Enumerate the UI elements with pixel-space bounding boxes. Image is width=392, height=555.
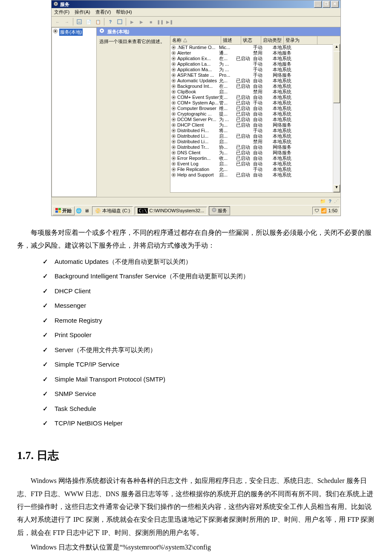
service-gear-icon (171, 123, 176, 127)
task-services[interactable]: 服务 (209, 206, 230, 215)
svg-point-19 (173, 75, 175, 76)
service-row[interactable]: Application La...为 ...手动本地服务 (170, 61, 340, 67)
svg-point-45 (173, 147, 175, 148)
export-button[interactable]: 📋 (94, 17, 102, 26)
task-drive-c[interactable]: 📀 本地磁盘 (C:) (92, 206, 133, 215)
service-row[interactable]: DHCP Client为...已启动自动网络服务 (170, 122, 340, 128)
svg-point-7 (101, 30, 103, 32)
service-row[interactable]: File Replication允...手动本地系统 (170, 167, 340, 172)
scrollbar[interactable]: ▲ ▼ (333, 44, 340, 192)
tree-root[interactable]: 服务(本地) (59, 29, 83, 36)
col-status[interactable]: 状态 (241, 36, 261, 44)
service-row[interactable]: DCOM Server Pr...为 ...已启动自动本地系统 (170, 117, 340, 122)
service-row[interactable]: Automatic Updates允...已启动自动本地系统 (170, 78, 340, 84)
close-button[interactable]: ✕ (331, 1, 339, 8)
service-row[interactable]: COM+ System Ap...管...已启动手动本地系统 (170, 100, 340, 106)
service-gear-icon (171, 173, 176, 177)
quicklaunch-desktop-icon[interactable]: 🖥 (84, 208, 89, 213)
service-gear-icon (171, 62, 176, 66)
service-row[interactable]: Application Ex...在...已启动自动本地系统 (170, 56, 340, 61)
service-gear-icon (171, 145, 176, 150)
service-row[interactable]: .NET Runtime O...Mic...手动本地系统 (170, 45, 340, 50)
service-row[interactable]: Cryptographic ...提...已启动自动本地系统 (170, 111, 340, 117)
svg-point-37 (173, 124, 175, 126)
gear-icon (99, 29, 106, 34)
checklist-item: Simple TCP/IP Service (43, 358, 375, 371)
service-row[interactable]: ClipBook启...禁用本地系统 (170, 89, 340, 95)
scroll-down[interactable]: ▼ (333, 185, 340, 192)
svg-point-41 (173, 136, 175, 137)
back-button[interactable]: ← (53, 17, 62, 26)
refresh-button[interactable] (115, 17, 124, 26)
service-row[interactable]: Event Log启...已启动自动本地系统 (170, 161, 340, 167)
service-row[interactable]: Error Reportin...收...已启动自动本地系统 (170, 156, 340, 161)
banner-title: 服务(本地) (107, 29, 129, 34)
col-startup[interactable]: 启动类型 (261, 36, 284, 44)
statusbar: 📁 ? ⋰ (52, 197, 340, 205)
service-gear-icon (171, 128, 176, 133)
scroll-thumb[interactable] (333, 51, 340, 103)
service-row[interactable]: Alerter通...禁用本地服务 (170, 50, 340, 56)
play2-button[interactable]: ▶ (137, 17, 146, 26)
tray-shield-icon[interactable]: 🛡 (314, 208, 319, 213)
scroll-up[interactable]: ▲ (333, 44, 340, 52)
col-desc[interactable]: 描述 (221, 36, 241, 44)
menu-help[interactable]: 帮助(H) (116, 9, 132, 15)
titlebar[interactable]: 服务 _ ❐ ✕ (52, 0, 340, 8)
svg-point-11 (173, 52, 175, 54)
service-row[interactable]: DNS Client为...已启动自动网络服务 (170, 150, 340, 156)
service-row[interactable]: COM+ Event System支...已启动自动本地系统 (170, 95, 340, 100)
service-row[interactable]: ASP.NET State ...Pro...手动网络服务 (170, 72, 340, 78)
toolbar: ← → 📄 📋 ? ▶ ▶ ■ ❚❚ ▶❚ (52, 17, 340, 27)
svg-point-25 (173, 91, 175, 93)
play-button[interactable]: ▶ (128, 17, 136, 26)
quicklaunch-ie-icon[interactable]: 🌐 (76, 208, 82, 214)
service-row[interactable]: Distributed Tr...协...已启动自动网络服务 (170, 145, 340, 150)
tree-icon (53, 29, 59, 35)
menu-file[interactable]: 文件(F) (54, 9, 69, 15)
pause-button[interactable]: ❚❚ (156, 17, 164, 26)
paragraph-2: Windows 网络操作系统都设计有各种各样的日志文件，如应用程序日志，安全日志… (17, 474, 375, 539)
service-row[interactable]: Background Int...在...已启动自动本地系统 (170, 84, 340, 89)
col-logon[interactable]: 登录为 (284, 36, 317, 44)
checklist-item: Automatic Updates（不使用自动更新可以关闭） (43, 256, 375, 268)
service-row[interactable]: Computer Browser维...已启动自动本地系统 (170, 106, 340, 111)
col-name[interactable]: 名称 △ (170, 36, 221, 44)
banner: 服务(本地) (97, 27, 340, 36)
service-row[interactable]: Application Ma...为 ...手动本地系统 (170, 67, 340, 72)
service-gear-icon (171, 134, 176, 139)
service-gear-icon (171, 73, 176, 78)
properties-button[interactable]: 📄 (84, 17, 93, 26)
stop-button[interactable]: ■ (147, 17, 155, 26)
up-button[interactable] (75, 17, 84, 26)
svg-point-35 (173, 119, 175, 121)
start-button[interactable]: 开始 (52, 206, 75, 215)
svg-rect-58 (55, 211, 58, 213)
service-row[interactable]: Help and Support启...已启动自动本地系统 (170, 172, 340, 178)
svg-rect-57 (58, 208, 61, 210)
tray-clock[interactable]: 1:50 (329, 208, 337, 213)
maximize-button[interactable]: ❐ (323, 1, 330, 8)
services-window: 服务 _ ❐ ✕ 文件(F) 操作(A) 查看(V) 帮助(H) ← → 📄 📋… (51, 0, 341, 216)
service-gear-icon (171, 51, 176, 55)
list-header: 名称 △ 描述 状态 启动类型 登录为 (170, 36, 340, 45)
svg-rect-2 (77, 20, 81, 24)
paragraph-3: Windows 日志文件默认位置是“%systemroot%\system32\… (17, 541, 375, 554)
minimize-button[interactable]: _ (314, 1, 322, 8)
service-row[interactable]: Distributed Li...启...禁用本地系统 (170, 139, 340, 145)
service-gear-icon (171, 156, 176, 161)
section-heading: 1.7. 日志 (17, 445, 375, 466)
help-button[interactable]: ? (106, 17, 115, 26)
menu-view[interactable]: 查看(V) (95, 9, 111, 15)
tray-network-icon[interactable]: 📶 (321, 208, 327, 214)
service-row[interactable]: Distributed Li...启...已启动自动本地系统 (170, 133, 340, 139)
service-gear-icon (171, 139, 176, 144)
restart-button[interactable]: ▶❚ (165, 17, 174, 26)
svg-point-17 (173, 69, 175, 71)
task-cmd[interactable]: C:\ C:\WINDOWS\system32... (135, 207, 207, 215)
menu-action[interactable]: 操作(A) (75, 9, 90, 15)
forward-button[interactable]: → (63, 17, 71, 26)
service-gear-icon (171, 90, 176, 94)
service-gear-icon (171, 101, 176, 105)
service-row[interactable]: Distributed Fi...将...手动本地系统 (170, 128, 340, 133)
